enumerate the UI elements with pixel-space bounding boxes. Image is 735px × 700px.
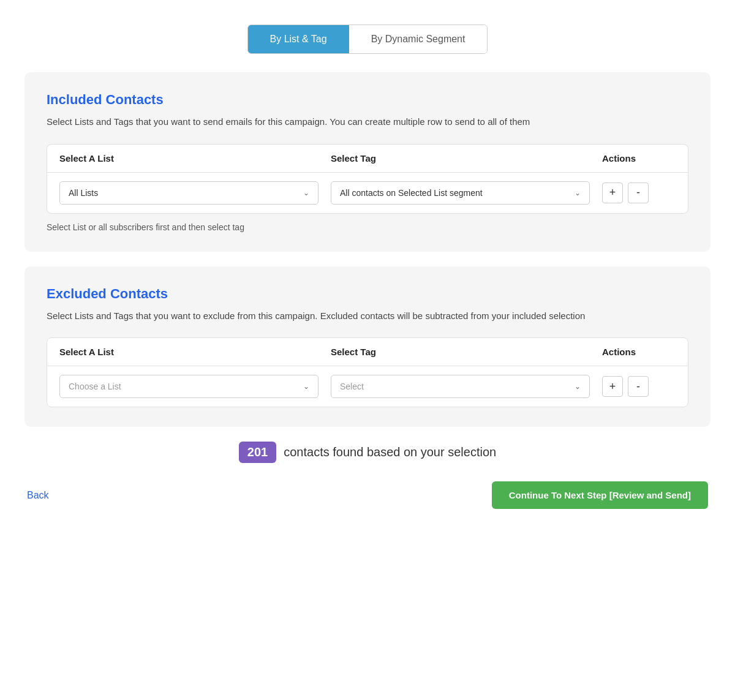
- excluded-header-tag: Select Tag: [331, 347, 590, 357]
- footer-bar: Back Continue To Next Step [Review and S…: [24, 481, 710, 509]
- chevron-down-icon: ⌄: [303, 189, 309, 197]
- included-list-value: All Lists: [69, 188, 98, 198]
- contacts-count-badge: 201: [239, 442, 276, 463]
- included-actions-cell: + -: [602, 183, 676, 203]
- excluded-header-actions: Actions: [602, 347, 676, 357]
- included-remove-button[interactable]: -: [628, 183, 649, 203]
- excluded-table-header: Select A List Select Tag Actions: [47, 338, 688, 366]
- excluded-actions-cell: + -: [602, 376, 676, 397]
- included-contacts-table: Select A List Select Tag Actions All Lis…: [47, 144, 688, 214]
- tab-switcher: By List & Tag By Dynamic Segment: [247, 24, 488, 54]
- excluded-header-list: Select A List: [59, 347, 318, 357]
- excluded-contacts-desc: Select Lists and Tags that you want to e…: [47, 309, 688, 323]
- included-tag-select[interactable]: All contacts on Selected List segment ⌄: [331, 181, 590, 205]
- excluded-tag-placeholder: Select: [340, 382, 364, 391]
- included-list-select[interactable]: All Lists ⌄: [59, 181, 318, 205]
- excluded-contacts-table: Select A List Select Tag Actions Choose …: [47, 337, 688, 407]
- included-header-list: Select A List: [59, 153, 318, 164]
- excluded-tag-select[interactable]: Select ⌄: [331, 375, 590, 398]
- included-add-button[interactable]: +: [602, 183, 623, 203]
- contacts-found-text: contacts found based on your selection: [284, 445, 496, 459]
- tab-by-dynamic-segment[interactable]: By Dynamic Segment: [349, 25, 488, 53]
- tab-container: By List & Tag By Dynamic Segment: [24, 24, 710, 54]
- excluded-list-placeholder: Choose a List: [69, 382, 121, 391]
- excluded-contacts-title: Excluded Contacts: [47, 286, 688, 302]
- included-hint-text: Select List or all subscribers first and…: [47, 222, 688, 232]
- excluded-add-button[interactable]: +: [602, 376, 623, 397]
- included-contacts-title: Included Contacts: [47, 92, 688, 108]
- included-table-header: Select A List Select Tag Actions: [47, 145, 688, 173]
- excluded-table-row: Choose a List ⌄ Select ⌄ + -: [47, 366, 688, 407]
- included-contacts-card: Included Contacts Select Lists and Tags …: [24, 72, 710, 252]
- excluded-contacts-card: Excluded Contacts Select Lists and Tags …: [24, 266, 710, 427]
- excluded-remove-button[interactable]: -: [628, 376, 649, 397]
- continue-button[interactable]: Continue To Next Step [Review and Send]: [492, 481, 708, 509]
- chevron-down-icon-4: ⌄: [575, 382, 581, 391]
- back-button[interactable]: Back: [27, 490, 49, 501]
- chevron-down-icon-2: ⌄: [575, 189, 581, 197]
- chevron-down-icon-3: ⌄: [303, 382, 309, 391]
- tab-by-list-tag[interactable]: By List & Tag: [248, 25, 349, 53]
- included-contacts-desc: Select Lists and Tags that you want to s…: [47, 115, 688, 129]
- included-header-actions: Actions: [602, 153, 676, 164]
- contacts-found-row: 201 contacts found based on your selecti…: [24, 442, 710, 463]
- included-tag-value: All contacts on Selected List segment: [340, 188, 483, 198]
- included-header-tag: Select Tag: [331, 153, 590, 164]
- excluded-list-select[interactable]: Choose a List ⌄: [59, 375, 318, 398]
- included-table-row: All Lists ⌄ All contacts on Selected Lis…: [47, 173, 688, 213]
